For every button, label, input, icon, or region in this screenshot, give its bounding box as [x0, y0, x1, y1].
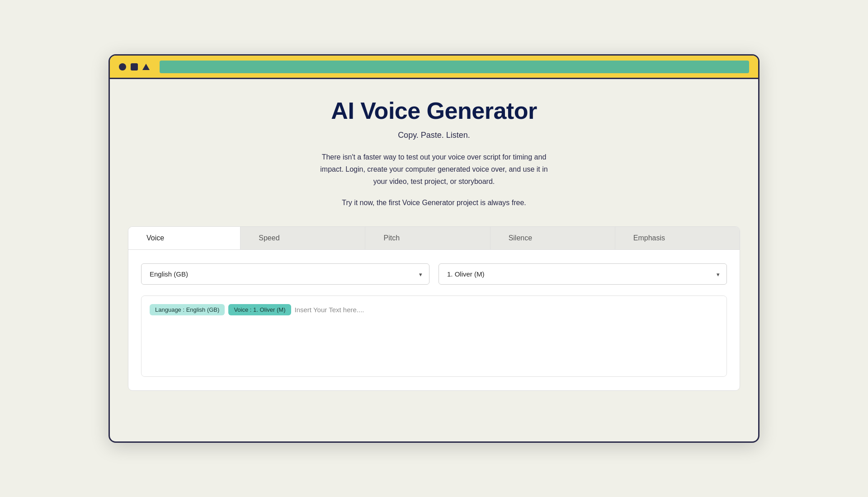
voice-select-wrap: 1. Oliver (M) 2. Emma (F) 3. James (M) 4…: [439, 263, 727, 285]
hero-tagline: Copy. Paste. Listen.: [128, 131, 740, 140]
browser-window: AI Voice Generator Copy. Paste. Listen. …: [108, 54, 760, 443]
tab-pitch[interactable]: Pitch: [365, 227, 490, 249]
traffic-light-circle: [119, 63, 126, 70]
text-placeholder: Insert Your Text here....: [295, 304, 364, 315]
browser-content: AI Voice Generator Copy. Paste. Listen. …: [110, 79, 758, 409]
tab-emphasis[interactable]: Emphasis: [615, 227, 740, 249]
browser-titlebar: [110, 56, 758, 79]
language-tag: Language : English (GB): [150, 304, 225, 315]
traffic-light-square: [131, 63, 138, 70]
language-select-wrap: English (GB) English (US) Spanish French…: [141, 263, 429, 285]
panel-body: English (GB) English (US) Spanish French…: [128, 250, 740, 390]
address-bar: [160, 61, 749, 73]
main-panel: Voice Speed Pitch Silence Emphasis Engli…: [128, 226, 740, 391]
tab-silence[interactable]: Silence: [491, 227, 615, 249]
page-title: AI Voice Generator: [128, 97, 740, 124]
tab-speed[interactable]: Speed: [241, 227, 365, 249]
voice-select[interactable]: 1. Oliver (M) 2. Emma (F) 3. James (M) 4…: [439, 263, 727, 285]
hero-section: AI Voice Generator Copy. Paste. Listen. …: [128, 97, 740, 208]
hero-description: There isn't a faster way to test out you…: [316, 151, 552, 188]
hero-cta: Try it now, the first Voice Generator pr…: [128, 197, 740, 209]
voice-tag: Voice : 1. Oliver (M): [228, 304, 291, 315]
traffic-light-triangle: [142, 64, 150, 70]
language-select[interactable]: English (GB) English (US) Spanish French…: [141, 263, 429, 285]
selects-row: English (GB) English (US) Spanish French…: [141, 263, 727, 285]
tabs-row: Voice Speed Pitch Silence Emphasis: [128, 227, 740, 250]
tab-voice[interactable]: Voice: [128, 227, 241, 249]
text-input-area[interactable]: Language : English (GB) Voice : 1. Olive…: [141, 295, 727, 377]
